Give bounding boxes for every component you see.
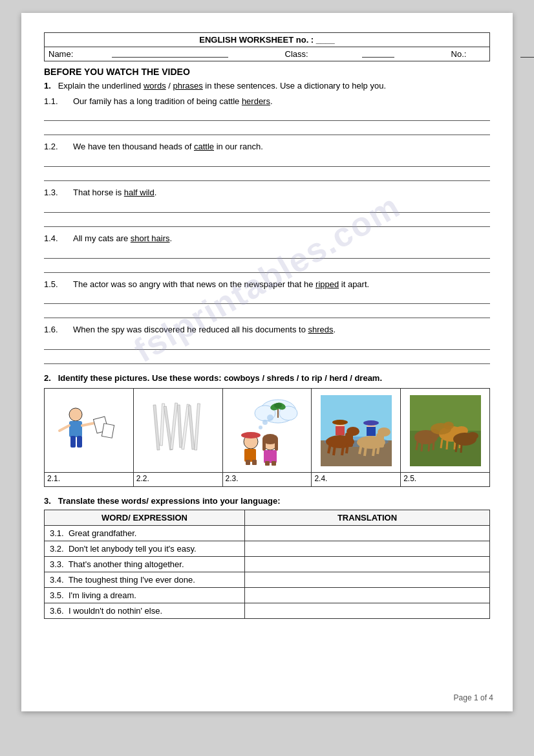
translation-row-trans [245, 603, 490, 619]
q1-text: 1. Explain the underlined words / phrase… [44, 80, 490, 92]
svg-rect-27 [246, 460, 250, 465]
sub-q-text-1-2: We have ten thousand heads of cattle in … [73, 140, 263, 154]
svg-point-77 [443, 422, 454, 429]
pic-label-2-5: 2.5. [401, 473, 490, 487]
sub-q-num-1-5: 1.5. [44, 278, 73, 292]
q1-text-part1: Explain the underlined [58, 81, 144, 91]
answer-lines-1-4 [44, 247, 490, 273]
pic-label-2-4: 2.4. [312, 473, 401, 487]
sub-q-1-6: 1.6. When the spy was discovered he redu… [44, 323, 490, 337]
translation-row-trans [245, 526, 490, 541]
svg-point-0 [69, 408, 82, 421]
svg-line-57 [378, 444, 379, 454]
translation-row: 3.3. That's another thing altogether. [45, 557, 490, 572]
svg-line-67 [422, 443, 422, 451]
svg-rect-11 [170, 403, 178, 449]
svg-point-36 [259, 426, 262, 429]
sub-q-num-1-2: 1.2. [44, 140, 73, 154]
q2-text: Identify these pictures. Use these words… [58, 373, 382, 383]
q1-underline1: words [144, 81, 166, 91]
col-trans-header: TRANSLATION [245, 510, 490, 526]
pic-cell-2-3 [222, 389, 312, 473]
answer-lines-1-1 [44, 109, 490, 135]
sub-q-text-1-6: When the spy was discovered he reduced a… [73, 323, 336, 337]
svg-rect-15 [195, 404, 200, 450]
svg-point-60 [363, 420, 379, 426]
svg-point-58 [378, 427, 390, 437]
no-label: No.: [451, 49, 467, 59]
section-before-title: BEFORE YOU WATCH THE VIDEO [44, 67, 490, 77]
svg-rect-8 [153, 405, 160, 450]
pictures-row [45, 389, 490, 473]
svg-line-55 [365, 446, 366, 456]
translation-row-trans [245, 572, 490, 588]
translation-row-trans [245, 557, 490, 572]
q2-number: 2. [44, 373, 51, 383]
translation-row-word: 3.2. Don't let anybody tell you it's eas… [45, 541, 245, 557]
sub-q-num-1-6: 1.6. [44, 323, 73, 337]
svg-rect-28 [252, 460, 257, 465]
svg-line-46 [342, 446, 343, 455]
svg-point-38 [267, 415, 273, 421]
cowboys-icon [321, 395, 392, 466]
herd-icon [410, 395, 481, 466]
svg-point-48 [347, 427, 359, 436]
q1-slash: / [166, 81, 173, 91]
q3-text: Translate these words/ expressions into … [58, 496, 281, 506]
sub-q-text-1-1: Our family has a long tradition of being… [73, 95, 273, 109]
answer-lines-1-2 [44, 155, 490, 181]
name-label: Name: [48, 49, 73, 59]
svg-line-56 [373, 446, 374, 456]
svg-line-66 [416, 442, 418, 450]
translation-row-word: 3.3. That's another thing altogether. [45, 557, 245, 572]
translation-row: 3.6. I wouldn't do nothin' else. [45, 603, 490, 619]
svg-point-22 [274, 403, 282, 408]
svg-line-45 [334, 446, 335, 455]
svg-rect-1 [69, 421, 82, 437]
sub-q-num-1-4: 1.4. [44, 232, 73, 246]
pictures-table: 2.1. 2.2. 2.3. 2.4. 2.5. [44, 388, 490, 487]
svg-rect-25 [246, 435, 256, 437]
svg-line-80 [456, 444, 457, 452]
svg-line-2 [59, 426, 69, 431]
svg-rect-14 [188, 405, 195, 449]
answer-lines-1-5 [44, 292, 490, 318]
svg-point-79 [467, 432, 478, 440]
q1-rest: in these sentences. Use a dictionary to … [203, 81, 386, 91]
translation-row: 3.5. I'm living a dream. [45, 588, 490, 603]
svg-line-81 [461, 444, 462, 453]
svg-rect-12 [177, 405, 182, 448]
svg-rect-61 [367, 427, 376, 436]
rip-icon [56, 398, 121, 463]
svg-rect-7 [77, 436, 82, 448]
sub-q-text-1-3: That horse is half wild. [73, 186, 156, 200]
q1-number: 1. [44, 81, 51, 91]
sub-q-1-1: 1.1. Our family has a long tradition of … [44, 95, 490, 109]
header-fields: Name: Class: No.: Date: [45, 47, 489, 61]
svg-line-68 [429, 443, 429, 451]
pic-cell-2-4 [312, 389, 401, 473]
sub-q-1-3: 1.3. That horse is half wild. [44, 186, 490, 200]
translation-row: 3.4. The toughest thing I've ever done. [45, 572, 490, 588]
translation-header-row: WORD/ EXPRESSION TRANSLATION [45, 510, 490, 526]
page-footer: Page 1 of 4 [454, 693, 493, 702]
worksheet-page: fslprintables.com ENGLISH WORKSHEET no. … [21, 13, 513, 711]
header-box: ENGLISH WORKSHEET no. : ____ Name: Class… [44, 32, 490, 61]
svg-line-3 [82, 423, 95, 426]
translation-row-trans [245, 541, 490, 557]
svg-rect-35 [272, 461, 276, 466]
sub-q-text-1-4: All my cats are short hairs. [73, 232, 172, 246]
svg-rect-5 [102, 424, 114, 438]
q1-underline2: phrases [173, 81, 202, 91]
svg-rect-34 [265, 461, 270, 466]
dream-icon [231, 395, 303, 466]
svg-rect-31 [262, 439, 266, 451]
translation-row-word: 3.4. The toughest thing I've ever done. [45, 572, 245, 588]
svg-line-47 [347, 444, 348, 453]
q2-block: 2. Identify these pictures. Use these wo… [44, 373, 490, 383]
pic-label-2-1: 2.1. [45, 473, 134, 487]
svg-point-50 [332, 420, 348, 425]
translation-row-word: 3.1. Great grandfather. [45, 526, 245, 541]
answer-lines-1-6 [44, 338, 490, 364]
col-word-header: WORD/ EXPRESSION [45, 510, 245, 526]
